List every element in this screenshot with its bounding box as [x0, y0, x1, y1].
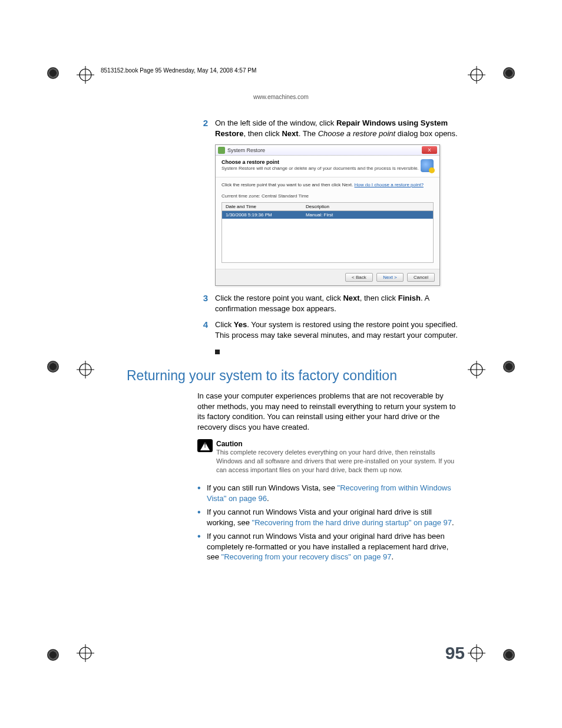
- dialog-heading: Choose a restore point: [222, 159, 421, 165]
- text: If you can still run Windows Vista, see: [207, 483, 338, 492]
- dialog-instruction: Click the restore point that you want to…: [222, 182, 434, 187]
- step-number: 4: [197, 319, 208, 330]
- bullet-list: If you can still run Windows Vista, see …: [197, 483, 459, 562]
- text: . The: [299, 129, 318, 138]
- dialog-title: System Restore: [227, 147, 422, 153]
- text: .: [452, 518, 454, 527]
- section-end-mark-icon: [215, 350, 220, 354]
- timezone-label: Current time zone: Central Standard Time: [222, 193, 434, 199]
- back-button[interactable]: < Back: [345, 273, 373, 282]
- cancel-button[interactable]: Cancel: [407, 273, 435, 282]
- close-button[interactable]: X: [422, 146, 437, 154]
- cell-description: Manual: First: [302, 211, 434, 219]
- registration-dot: [503, 67, 515, 79]
- step-text: On the left side of the window, click Re…: [215, 118, 459, 139]
- text: On the left side of the window, click: [215, 118, 336, 127]
- crop-mark-icon: [77, 66, 94, 84]
- step-text: Click Yes. Your system is restored using…: [215, 319, 459, 340]
- next-button[interactable]: Next >: [376, 273, 403, 282]
- step-number: 2: [197, 118, 208, 129]
- step-number: 3: [197, 293, 208, 304]
- crop-mark-icon: [468, 66, 485, 84]
- bold-text: Finish: [398, 294, 421, 302]
- italic-text: Choose a restore point: [318, 129, 396, 138]
- bold-text: Next: [343, 294, 359, 302]
- registration-dot: [503, 649, 515, 661]
- text: Click the restore point you want, click: [215, 294, 343, 302]
- column-header-description[interactable]: Description: [302, 203, 434, 211]
- registration-dot: [47, 361, 59, 373]
- crop-mark-icon: [468, 361, 485, 378]
- bold-text: Yes: [234, 320, 247, 329]
- list-item: If you can still run Windows Vista, see …: [197, 483, 459, 503]
- step-2: 2 On the left side of the window, click …: [197, 118, 459, 139]
- section-heading: Returning your system to its factory con…: [127, 368, 459, 384]
- crop-mark-icon: [77, 644, 94, 662]
- book-header: 8513152.book Page 95 Wednesday, May 14, …: [97, 59, 465, 74]
- header-url: www.emachines.com: [97, 94, 465, 100]
- page-number: 95: [445, 643, 465, 663]
- dialog-app-icon: [218, 147, 225, 154]
- crop-mark-icon: [468, 644, 485, 662]
- cross-reference-link[interactable]: "Recovering from the hard drive during s…: [252, 518, 452, 527]
- caution-box: Caution This complete recovery deletes e…: [197, 439, 459, 475]
- list-item: If you cannot run Windows Vista and your…: [197, 507, 459, 528]
- registration-dot: [47, 649, 59, 661]
- intro-paragraph: In case your computer experiences proble…: [197, 391, 459, 432]
- crop-mark-icon: [77, 361, 94, 378]
- table-row[interactable]: 1/30/2008 5:19:36 PM Manual: First: [222, 211, 434, 219]
- step-3: 3 Click the restore point you want, clic…: [197, 293, 459, 314]
- bold-text: Next: [282, 129, 298, 138]
- text: .: [267, 494, 269, 503]
- caution-title: Caution: [216, 440, 243, 448]
- text: Click: [215, 320, 234, 329]
- table-spacer: [222, 219, 434, 263]
- text: .: [391, 552, 394, 561]
- registration-dot: [47, 67, 59, 79]
- restore-points-table[interactable]: Date and Time Description 1/30/2008 5:19…: [222, 202, 434, 263]
- restore-icon: [421, 159, 434, 172]
- list-item: If you cannot run Windows Vista and your…: [197, 531, 459, 562]
- text: Click the restore point that you want to…: [222, 182, 353, 187]
- cross-reference-link[interactable]: "Recovering from your recovery discs" on…: [222, 552, 392, 561]
- cell-date: 1/30/2008 5:19:36 PM: [222, 211, 302, 219]
- column-header-date[interactable]: Date and Time: [222, 203, 302, 211]
- text: . Your system is restored using the rest…: [215, 320, 458, 340]
- warning-icon: [197, 439, 213, 452]
- caution-text: This complete recovery deletes everythin…: [216, 448, 459, 475]
- text: , then click: [243, 129, 282, 138]
- system-restore-dialog: System Restore X Choose a restore point …: [215, 144, 440, 286]
- text: dialog box opens.: [395, 129, 458, 138]
- step-text: Click the restore point you want, click …: [215, 293, 459, 314]
- step-4: 4 Click Yes. Your system is restored usi…: [197, 319, 459, 340]
- help-link[interactable]: How do I choose a restore point?: [354, 182, 423, 187]
- text: , then click: [360, 294, 398, 302]
- dialog-subheading: System Restore will not change or delete…: [222, 166, 421, 171]
- registration-dot: [503, 361, 515, 373]
